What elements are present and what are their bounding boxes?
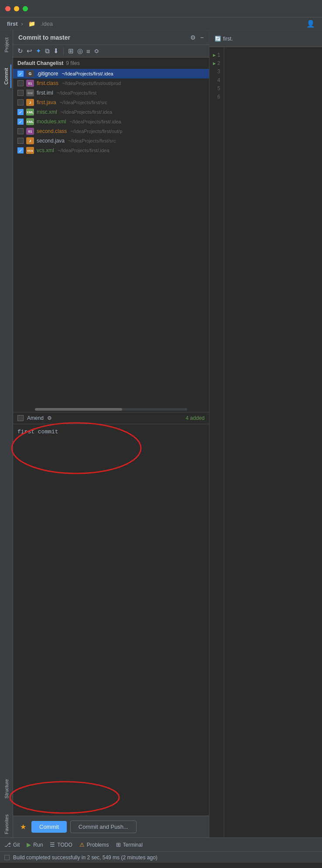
run-icon-2[interactable]: ▶ xyxy=(213,60,216,68)
empty-file-area xyxy=(13,155,209,242)
terminal-label: Terminal xyxy=(123,842,143,848)
line-numbers: ▶ 1 ▶ 2 3 4 5 6 xyxy=(209,47,224,837)
sidebar-item-commit[interactable]: Commit xyxy=(2,65,11,88)
file-checkbox-0[interactable]: ✓ xyxy=(17,71,24,77)
sidebar-item-project[interactable]: Project xyxy=(2,34,11,56)
amend-checkbox[interactable] xyxy=(17,415,24,421)
table-row[interactable]: ✓ G .gitignore ~/IdeaProjects/first/.ide… xyxy=(13,69,209,78)
xml-icon-misc: XML xyxy=(26,109,34,116)
diff-icon[interactable]: ✦ xyxy=(36,47,41,55)
file-checkbox-8[interactable]: ✓ xyxy=(17,147,24,153)
scrollbar-area[interactable] xyxy=(13,407,209,412)
breadcrumb-project[interactable]: first xyxy=(7,20,18,27)
file-checkbox-4[interactable]: ✓ xyxy=(17,109,24,115)
line-5: 5 xyxy=(213,85,220,93)
editor-file-label: first. xyxy=(223,36,233,42)
user-icon[interactable]: 👤 xyxy=(306,20,315,28)
run-icon-1[interactable]: ▶ xyxy=(213,52,216,60)
title-bar xyxy=(0,0,322,17)
editor-filename: 🔄 xyxy=(215,36,221,42)
table-row[interactable]: J first.java ~/IdeaProjects/first/src xyxy=(13,98,209,107)
amend-settings-icon[interactable]: ⚙ xyxy=(47,415,52,421)
git-icon: G xyxy=(26,70,34,77)
group-icon[interactable]: ⊞ xyxy=(68,47,74,55)
file-path-3: ~/IdeaProjects/first/src xyxy=(60,100,107,105)
file-name-8: vcs.xml xyxy=(37,147,54,153)
status-bar: Build completed successfully in 2 sec, 5… xyxy=(0,851,322,863)
status-checkbox[interactable] xyxy=(4,855,10,860)
table-row[interactable]: ✓ XML misc.xml ~/IdeaProjects/first/.ide… xyxy=(13,107,209,117)
file-checkbox-7[interactable] xyxy=(17,138,24,144)
file-path-6: ~/IdeaProjects/first/out/p xyxy=(70,129,122,134)
toolbar-separator xyxy=(63,48,64,54)
status-text: Build completed successfully in 2 sec, 5… xyxy=(13,854,158,861)
sort-icon[interactable]: ≡ xyxy=(86,48,90,55)
file-name-2: first.iml xyxy=(37,90,53,96)
settings-icon[interactable]: ⚙ xyxy=(190,34,196,41)
problems-tool[interactable]: ⚠ Problems xyxy=(79,841,109,848)
todo-tool[interactable]: ☰ TODO xyxy=(50,841,72,848)
minimize-button[interactable] xyxy=(14,6,19,11)
file-path-4: ~/IdeaProjects/first/.idea xyxy=(61,109,112,115)
file-checkbox-3[interactable] xyxy=(17,99,24,106)
file-checkbox-5[interactable]: ✓ xyxy=(17,119,24,125)
file-name-3: first.java xyxy=(37,99,56,106)
changelist-title: Default Changelist xyxy=(17,60,63,66)
commit-panel-title: Commit to master xyxy=(18,34,70,41)
breadcrumb-separator: › xyxy=(21,20,23,27)
problems-icon: ⚠ xyxy=(79,841,85,848)
scrollbar-thumb[interactable] xyxy=(35,408,122,411)
file-checkbox-1[interactable] xyxy=(17,80,24,86)
git-tool[interactable]: ⎇ Git xyxy=(4,841,20,848)
maximize-button[interactable] xyxy=(23,6,28,11)
commit-message-input[interactable]: first commit xyxy=(13,424,209,477)
terminal-icon: ⊞ xyxy=(116,841,121,848)
commit-panel: Commit to master ⚙ − ↻ ↩ ✦ ⧉ ⬇ ⊞ ◎ ≡ ≎ D… xyxy=(13,31,209,837)
table-row[interactable]: J second.java ~/IdeaProjects/first/src xyxy=(13,136,209,146)
class-icon: 01 xyxy=(26,80,34,87)
collapse-icon[interactable]: − xyxy=(200,34,204,41)
amend-row: Amend ⚙ 4 added xyxy=(13,412,209,424)
refresh-icon[interactable]: ↻ xyxy=(17,47,23,55)
problems-label: Problems xyxy=(87,842,109,848)
folder-icon: 📁 xyxy=(28,20,35,27)
table-row[interactable]: iml first.iml ~/IdeaProjects/first xyxy=(13,88,209,98)
update-icon[interactable]: ⬇ xyxy=(53,47,59,55)
breadcrumb: first › 📁 .idea 👤 xyxy=(0,17,322,31)
run-icon-bottom: ▶ xyxy=(27,841,31,848)
table-row[interactable]: 01 second.class ~/IdeaProjects/first/out… xyxy=(13,126,209,136)
changelist-count: 9 files xyxy=(66,60,79,66)
star-icon[interactable]: ★ xyxy=(18,823,28,831)
file-checkbox-2[interactable] xyxy=(17,90,24,96)
file-name-6: second.class xyxy=(37,128,67,134)
line-6: 6 xyxy=(213,93,220,102)
line-2: ▶ 2 xyxy=(213,60,220,68)
sidebar-item-favorites[interactable]: Favorites xyxy=(2,811,11,837)
line-3: 3 xyxy=(213,68,220,76)
scrollbar-track[interactable] xyxy=(35,408,187,411)
preview-icon[interactable]: ◎ xyxy=(77,47,83,55)
file-path-2: ~/IdeaProjects/first xyxy=(57,90,96,95)
commit-message-area: first commit xyxy=(13,424,209,478)
bottom-toolbar: ⎇ Git ▶ Run ☰ TODO ⚠ Problems ⊞ Terminal xyxy=(0,837,322,851)
todo-icon: ☰ xyxy=(50,841,55,848)
file-path-8: ~/IdeaProjects/first/.idea xyxy=(58,148,109,153)
view-icon[interactable]: ⧉ xyxy=(45,47,50,55)
commit-push-button[interactable]: Commit and Push... xyxy=(70,820,137,833)
editor-content xyxy=(224,47,322,837)
sidebar-item-structure[interactable]: Structure xyxy=(2,776,11,802)
table-row[interactable]: ✓ XML modules.xml ~/IdeaProjects/first/.… xyxy=(13,117,209,126)
java-icon: J xyxy=(26,99,34,106)
terminal-tool[interactable]: ⊞ Terminal xyxy=(116,841,143,848)
table-row[interactable]: ✓ vcs vcs.xml ~/IdeaProjects/first/.idea xyxy=(13,146,209,155)
commit-toolbar: ↻ ↩ ✦ ⧉ ⬇ ⊞ ◎ ≡ ≎ xyxy=(13,45,209,58)
file-name-4: misc.xml xyxy=(37,109,57,115)
run-tool[interactable]: ▶ Run xyxy=(27,841,43,848)
file-checkbox-6[interactable] xyxy=(17,128,24,134)
filter-icon[interactable]: ≎ xyxy=(94,47,99,55)
iml-icon: iml xyxy=(26,89,34,96)
close-button[interactable] xyxy=(5,6,10,11)
commit-button[interactable]: Commit xyxy=(31,821,67,833)
undo-icon[interactable]: ↩ xyxy=(27,47,32,55)
table-row[interactable]: 01 first.class ~/IdeaProjects/first/out/… xyxy=(13,78,209,88)
